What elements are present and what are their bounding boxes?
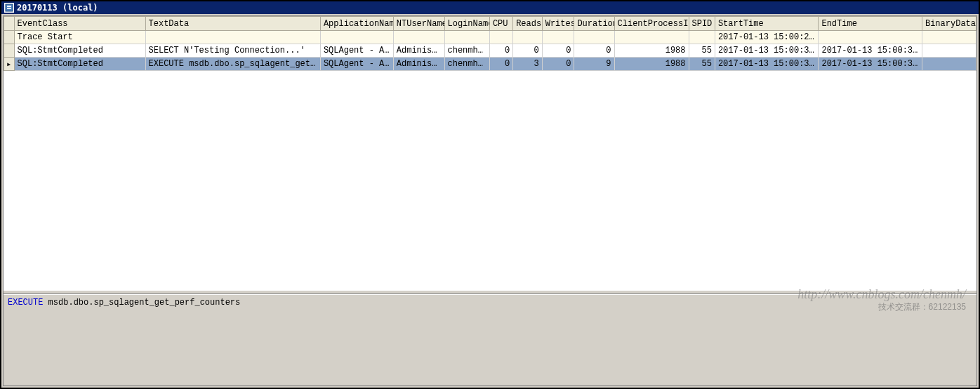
cell-cpu: 0	[489, 58, 512, 71]
cell-ntUser: Adminis...	[393, 44, 444, 58]
cell-clientPid: 1988	[614, 44, 689, 58]
sql-text: msdb.dbo.sp_sqlagent_get_perf_counters	[43, 298, 240, 308]
cell-startTime: 2017-01-13 15:00:30...	[715, 58, 819, 71]
col-header-cpu[interactable]: CPU	[489, 17, 512, 31]
sql-keyword: EXECUTE	[8, 298, 43, 308]
cell-spid: 55	[689, 58, 715, 71]
cell-binaryData	[922, 58, 976, 71]
cell-reads: 0	[513, 44, 543, 58]
cell-startTime: 2017-01-13 15:00:27...	[715, 31, 819, 44]
cell-appName: SQLAgent - A...	[320, 44, 393, 58]
col-header-reads[interactable]: Reads	[513, 17, 543, 31]
cell-ntUser: Adminis...	[393, 58, 444, 71]
table-row[interactable]: SQL:StmtCompletedEXECUTE msdb.dbo.sp_sql…	[4, 58, 976, 71]
cell-cpu	[489, 31, 512, 44]
grid-empty-area	[4, 71, 976, 290]
cell-writes: 0	[542, 44, 574, 58]
cell-binaryData	[922, 44, 976, 58]
col-header-textData[interactable]: TextData	[145, 17, 320, 31]
cell-writes	[542, 31, 574, 44]
detail-pane[interactable]: EXECUTE msdb.dbo.sp_sqlagent_get_perf_co…	[4, 294, 976, 385]
cell-eventClass: SQL:StmtCompleted	[14, 44, 145, 58]
cell-startTime: 2017-01-13 15:00:30...	[715, 44, 819, 58]
window-title: 20170113 (local)	[17, 3, 98, 13]
table-row[interactable]: SQL:StmtCompletedSELECT N'Testing Connec…	[4, 44, 976, 58]
cell-loginName	[444, 31, 489, 44]
col-header-endTime[interactable]: EndTime	[819, 17, 922, 31]
col-header-writes[interactable]: Writes	[542, 17, 574, 31]
cell-loginName: chenmh...	[444, 58, 489, 71]
cell-appName: SQLAgent - A...	[320, 58, 393, 71]
col-header-clientPid[interactable]: ClientProcessID	[614, 17, 689, 31]
cell-textData	[145, 31, 320, 44]
cell-textData: EXECUTE msdb.dbo.sp_sqlagent_get_pe...	[145, 58, 320, 71]
cell-duration	[574, 31, 614, 44]
col-header-ntUser[interactable]: NTUserName	[393, 17, 444, 31]
cell-ntUser	[393, 31, 444, 44]
trace-grid[interactable]: EventClassTextDataApplicationNameNTUserN…	[4, 16, 976, 71]
window: 20170113 (local) EventClassTextDataAppli…	[0, 0, 980, 389]
cell-eventClass: SQL:StmtCompleted	[14, 58, 145, 71]
cell-reads: 3	[513, 58, 543, 71]
row-handle[interactable]	[4, 58, 15, 71]
col-header-startTime[interactable]: StartTime	[715, 17, 819, 31]
cell-appName	[320, 31, 393, 44]
cell-duration: 0	[574, 44, 614, 58]
col-header-loginName[interactable]: LoginName	[444, 17, 489, 31]
table-row[interactable]: Trace Start2017-01-13 15:00:27...	[4, 31, 976, 44]
title-bar[interactable]: 20170113 (local)	[1, 1, 979, 14]
row-handle-header	[4, 17, 15, 31]
col-header-duration[interactable]: Duration	[574, 17, 614, 31]
svg-rect-1	[7, 6, 11, 7]
col-header-spid[interactable]: SPID	[689, 17, 715, 31]
cell-clientPid	[614, 31, 689, 44]
cell-spid: 55	[689, 44, 715, 58]
cell-cpu: 0	[489, 44, 512, 58]
col-header-eventClass[interactable]: EventClass	[14, 17, 145, 31]
cell-loginName: chenmh...	[444, 44, 489, 58]
cell-clientPid: 1988	[614, 58, 689, 71]
svg-rect-2	[7, 8, 11, 9]
cell-endTime: 2017-01-13 15:00:30...	[819, 58, 922, 71]
row-handle[interactable]	[4, 44, 15, 58]
cell-endTime: 2017-01-13 15:00:30...	[819, 44, 922, 58]
cell-writes: 0	[542, 58, 574, 71]
cell-spid	[689, 31, 715, 44]
content-area: EventClassTextDataApplicationNameNTUserN…	[3, 15, 977, 386]
col-header-binaryData[interactable]: BinaryData	[922, 17, 976, 31]
cell-endTime	[819, 31, 922, 44]
cell-reads	[513, 31, 543, 44]
cell-textData: SELECT N'Testing Connection...'	[145, 44, 320, 58]
cell-duration: 9	[574, 58, 614, 71]
row-handle[interactable]	[4, 31, 15, 44]
cell-binaryData	[922, 31, 976, 44]
col-header-appName[interactable]: ApplicationName	[320, 17, 393, 31]
cell-eventClass: Trace Start	[14, 31, 145, 44]
app-icon	[4, 3, 14, 13]
